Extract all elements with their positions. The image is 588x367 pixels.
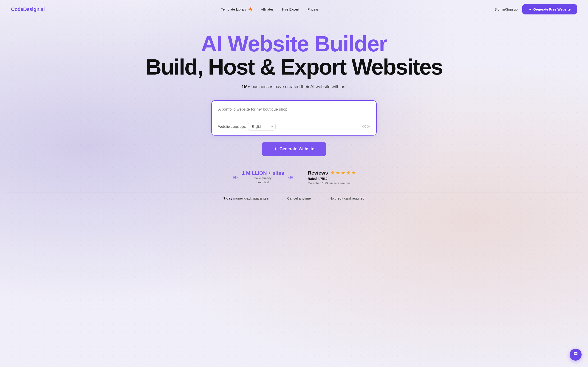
navbar: CodeDesign.ai Template Library 🔥 Affilia… xyxy=(0,0,588,19)
generate-free-website-button[interactable]: ✦ Generate Free Website xyxy=(522,4,577,15)
star-rating: ★ ★ ★ ★ ★ xyxy=(330,170,356,176)
sparkle-icon: ✦ xyxy=(529,8,531,11)
makers-text: More than 150k makers use this xyxy=(308,181,350,185)
reviews-header: Reviews ★ ★ ★ ★ ★ xyxy=(308,170,356,176)
hero-title-ai: AI Website Builder xyxy=(5,32,583,56)
nav-affiliates[interactable]: Affiliates xyxy=(261,7,274,11)
svg-rect-0 xyxy=(574,353,577,354)
language-section: Website Language: English Spanish French… xyxy=(218,123,276,131)
nav-template-library[interactable]: Template Library 🔥 xyxy=(221,7,252,11)
bottom-item-1: 7 day money-back guarantee xyxy=(214,196,278,200)
star-2-icon: ★ xyxy=(336,170,340,176)
hero-title-main: Build, Host & Export Websites xyxy=(5,56,583,79)
nav-hire-expert[interactable]: Hire Expert xyxy=(282,7,299,11)
star-3-icon: ★ xyxy=(341,170,346,176)
website-input-container: Website Language: English Spanish French… xyxy=(211,100,377,135)
rated-text: Rated 4.7/5.0 xyxy=(308,177,328,181)
input-footer: Website Language: English Spanish French… xyxy=(218,123,370,131)
website-description-input[interactable] xyxy=(218,107,370,118)
nav-links: Template Library 🔥 Affiliates Hire Exper… xyxy=(221,7,318,11)
logo[interactable]: CodeDesign.ai xyxy=(11,6,44,12)
bottom-item-3: No credit card required xyxy=(320,196,374,200)
stat-million: ❧ 1 MILLION + sites have already been bu… xyxy=(232,170,294,184)
nav-actions: Sign in/Sign up ✦ Generate Free Website xyxy=(494,4,577,15)
svg-rect-1 xyxy=(574,354,576,354)
star-4-icon: ★ xyxy=(346,170,351,176)
million-number: 1 MILLION + sites xyxy=(242,170,284,176)
hero-subtitle-rest: businesses have created their AI website… xyxy=(250,84,346,89)
generate-sparkle-icon: ✦ xyxy=(274,147,277,152)
hero-subtitle: 1M+ businesses have created their AI web… xyxy=(5,84,583,89)
char-count: 0/200 xyxy=(362,125,370,128)
bottom-bar: 7 day money-back guarantee Cancel anytim… xyxy=(5,192,583,204)
laurel-left-icon: ❧ xyxy=(232,173,238,182)
stats-section: ❧ 1 MILLION + sites have already been bu… xyxy=(5,170,583,185)
language-select[interactable]: English Spanish French German Portuguese… xyxy=(248,123,276,131)
hero-section: AI Website Builder Build, Host & Export … xyxy=(0,19,588,214)
star-1-icon: ★ xyxy=(330,170,335,176)
language-label: Website Language: xyxy=(218,125,246,128)
million-sub: have already been built xyxy=(242,176,284,184)
chat-icon xyxy=(573,351,578,358)
signin-link[interactable]: Sign in/Sign up xyxy=(494,7,518,11)
fire-icon: 🔥 xyxy=(248,7,252,11)
nav-pricing[interactable]: Pricing xyxy=(308,7,318,11)
million-text: 1 MILLION + sites have already been buil… xyxy=(242,170,284,184)
reviews-title: Reviews xyxy=(308,170,328,176)
generate-website-button[interactable]: ✦ Generate Website xyxy=(262,142,326,156)
laurel-right-icon: ❧ xyxy=(288,173,294,182)
chat-widget[interactable] xyxy=(570,349,582,361)
logo-text-part1: CodeDesign xyxy=(11,6,39,12)
bottom-item-2: Cancel anytime xyxy=(278,196,320,200)
logo-text-part2: .ai xyxy=(39,6,44,12)
stat-reviews: Reviews ★ ★ ★ ★ ★ Rated 4.7/5.0 More tha… xyxy=(308,170,356,185)
hero-subtitle-bold: 1M+ xyxy=(242,84,250,89)
star-half-icon: ★ xyxy=(351,170,356,176)
